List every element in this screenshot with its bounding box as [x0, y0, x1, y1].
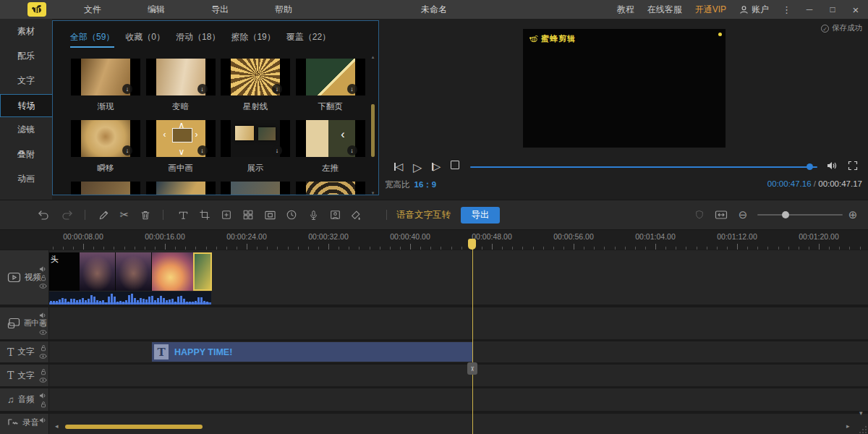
zoom-in-icon[interactable]: ⊕	[845, 200, 861, 229]
track-volume-icon[interactable]	[39, 312, 47, 319]
transition-thumbnail[interactable]: ↓	[71, 59, 140, 95]
download-icon[interactable]: ↓	[272, 84, 282, 94]
transition-thumbnail[interactable]: ↓	[221, 120, 290, 157]
tab-wipe[interactable]: 擦除（19）	[231, 31, 275, 48]
redo-button[interactable]	[59, 200, 76, 229]
text-tool-icon[interactable]	[174, 200, 192, 229]
transition-thumbnail[interactable]	[146, 182, 216, 195]
download-icon[interactable]: ↓	[347, 145, 357, 156]
scroll-up-icon[interactable]: ▴	[370, 54, 375, 60]
preview-progress-bar[interactable]	[470, 166, 817, 168]
transition-thumbnail[interactable]: ‹›∧∨↓	[146, 120, 216, 157]
tab-slide[interactable]: 滑动（18）	[176, 31, 220, 48]
portrait-cutout-icon[interactable]	[326, 200, 344, 229]
video-clip-thumbnail[interactable]	[80, 252, 116, 291]
track-pip[interactable]: 画中画	[0, 307, 868, 339]
sidebar-item-media[interactable]: 素材	[0, 19, 52, 43]
track-lock-icon[interactable]	[40, 368, 47, 375]
more-menu-icon[interactable]: ⋮	[782, 4, 791, 15]
support-link[interactable]: 在线客服	[647, 4, 682, 16]
track-text-2[interactable]: T 文字	[0, 365, 868, 386]
menu-file[interactable]: 文件	[84, 4, 101, 16]
video-clip-thumbnail[interactable]	[152, 252, 193, 291]
crop-icon[interactable]	[196, 200, 213, 229]
progress-handle[interactable]	[807, 163, 813, 170]
sidebar-item-text[interactable]: 文字	[0, 68, 52, 93]
tab-favorites[interactable]: 收藏（0）	[125, 31, 165, 48]
track-lock-icon[interactable]	[40, 401, 47, 408]
menu-edit[interactable]: 编辑	[148, 4, 165, 16]
playhead-line[interactable]	[472, 240, 473, 434]
sidebar-item-animation[interactable]: 动画	[0, 166, 52, 191]
export-button[interactable]: 导出	[461, 207, 500, 224]
video-clip-selected[interactable]	[193, 252, 212, 291]
app-logo-icon[interactable]	[27, 2, 46, 17]
sidebar-item-transitions[interactable]: 转场	[0, 94, 52, 117]
minimize-button[interactable]: ─	[804, 4, 814, 14]
video-clip-intro[interactable]: 头	[49, 252, 80, 291]
vip-link[interactable]: 开通VIP	[695, 4, 726, 16]
fullscreen-button[interactable]	[848, 161, 858, 171]
marker-shield-icon[interactable]	[692, 200, 707, 229]
mosaic-icon[interactable]	[239, 200, 257, 229]
prev-frame-button[interactable]: ◁	[394, 161, 403, 172]
stop-button[interactable]	[451, 161, 459, 169]
download-icon[interactable]: ↓	[197, 84, 208, 94]
panel-scrollbar[interactable]: ▴ ▾	[370, 54, 375, 195]
timeline-zoom-slider[interactable]	[757, 214, 843, 216]
track-eye-icon[interactable]	[39, 329, 47, 336]
track-record[interactable]: 录音	[0, 414, 868, 434]
playhead-split-handle[interactable]: ✂	[467, 362, 477, 375]
transition-thumbnail[interactable]: ↓	[146, 59, 216, 95]
chroma-paint-icon[interactable]	[346, 200, 364, 229]
hscroll-left-icon[interactable]: ◂	[55, 422, 59, 430]
speech-to-text-button[interactable]: 语音文字互转	[396, 200, 451, 229]
next-frame-button[interactable]: ▷	[432, 161, 441, 172]
transition-thumbnail[interactable]: ↓	[296, 59, 365, 95]
scrollbar-thumb[interactable]	[371, 104, 375, 157]
sidebar-item-overlays[interactable]: 叠附	[0, 142, 52, 166]
fit-timeline-icon[interactable]	[712, 200, 730, 229]
playhead-marker[interactable]	[468, 239, 476, 250]
play-button[interactable]: ▷	[413, 161, 422, 174]
menu-export[interactable]: 导出	[211, 4, 229, 16]
edit-pencil-icon[interactable]	[95, 200, 112, 229]
transition-thumbnail[interactable]	[221, 182, 290, 195]
menu-help[interactable]: 帮助	[275, 4, 292, 16]
volume-button[interactable]	[826, 161, 838, 171]
track-eye-icon[interactable]	[39, 283, 47, 289]
track-volume-icon[interactable]	[39, 265, 47, 273]
track-eye-icon[interactable]	[39, 377, 47, 383]
track-eye-icon[interactable]	[39, 353, 47, 359]
resize-grip[interactable]	[859, 425, 867, 433]
aspect-ratio[interactable]: 宽高比16：9	[385, 179, 436, 190]
track-text-1[interactable]: T HAPPY TIME! T 文字	[0, 341, 868, 362]
transition-thumbnail[interactable]: ↓	[71, 120, 140, 157]
timeline-ruler[interactable]: 00:00:08.0000:00:16.0000:00:24.0000:00:3…	[0, 230, 868, 250]
account-button[interactable]: 账户	[739, 4, 769, 16]
record-mic-icon[interactable]	[305, 200, 322, 229]
sidebar-item-music[interactable]: 配乐	[0, 43, 52, 68]
tab-cover[interactable]: 覆盖（22）	[286, 31, 331, 48]
tutorial-link[interactable]: 教程	[617, 4, 634, 16]
track-lock-icon[interactable]	[40, 344, 47, 352]
transition-thumbnail[interactable]	[71, 182, 140, 195]
mask-rect-icon[interactable]	[261, 200, 278, 229]
track-volume-icon[interactable]	[39, 392, 47, 399]
zoom-slider-handle[interactable]	[782, 211, 789, 218]
video-preview[interactable]: 蜜蜂剪辑	[523, 29, 726, 148]
sidebar-item-filters[interactable]: 滤镜	[0, 117, 52, 142]
download-icon[interactable]: ↓	[197, 145, 208, 156]
split-scissors-icon[interactable]: ✂	[116, 200, 133, 229]
text-clip[interactable]: T HAPPY TIME!	[152, 342, 473, 362]
scroll-down-icon[interactable]: ▾	[370, 190, 375, 195]
video-clip-thumbnail[interactable]	[116, 252, 152, 291]
download-icon[interactable]: ↓	[122, 145, 132, 156]
vscroll-down-icon[interactable]: ▾	[859, 409, 863, 417]
transition-thumbnail[interactable]	[296, 182, 365, 195]
tab-all[interactable]: 全部（59）	[70, 31, 114, 48]
maximize-button[interactable]: □	[827, 4, 838, 14]
hscroll-right-icon[interactable]: ▸	[846, 422, 850, 430]
track-lock-icon[interactable]	[40, 320, 47, 328]
horizontal-scrollbar[interactable]	[65, 425, 203, 429]
